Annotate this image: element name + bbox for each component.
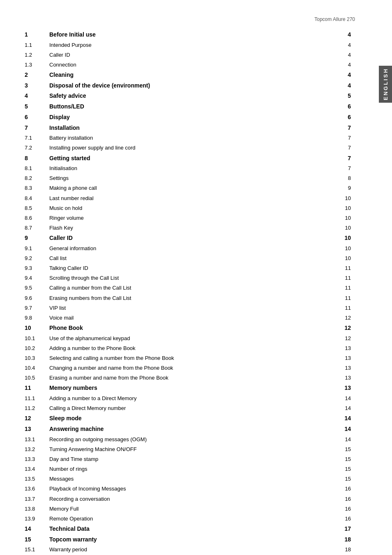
toc-page: 4 <box>344 40 367 50</box>
toc-page: 7 <box>344 153 367 164</box>
toc-title: Use of the alphanumerical keypad <box>49 334 344 343</box>
toc-row: 9.3Talking Caller ID11 <box>25 263 367 273</box>
toc-page: 4 <box>344 70 367 81</box>
toc-title: Day and Time stamp <box>49 454 344 464</box>
toc-page: 10 <box>344 213 367 223</box>
toc-title: Music on hold <box>49 203 344 213</box>
toc-page: 14 <box>344 413 367 424</box>
toc-number: 10 <box>25 323 49 334</box>
toc-page: 4 <box>344 60 367 70</box>
toc-row: 8.3Making a phone call9 <box>25 183 367 193</box>
toc-row: 1.3Connection4 <box>25 60 367 70</box>
toc-row: 11Memory numbers13 <box>25 383 367 394</box>
toc-row: 6Display6 <box>25 112 367 123</box>
toc-number: 8 <box>25 153 49 164</box>
toc-number: 9.8 <box>25 313 49 323</box>
toc-page: 15 <box>344 464 367 474</box>
toc-row: 10.2Adding a number to the Phone Book13 <box>25 343 367 353</box>
toc-page: 7 <box>344 133 367 143</box>
toc-row: 14Technical Data17 <box>25 524 367 534</box>
toc-row: 8.5Music on hold10 <box>25 203 367 213</box>
toc-number: 8.3 <box>25 183 49 193</box>
toc-number: 2 <box>25 70 49 81</box>
toc-page: 14 <box>344 403 367 413</box>
toc-page: 10 <box>344 223 367 233</box>
toc-page: 16 <box>344 504 367 514</box>
toc-row: 4Safety advice5 <box>25 91 367 101</box>
toc-row: 3Disposal of the device (environment)4 <box>25 81 367 91</box>
toc-row: 9.5Calling a number from the Call List11 <box>25 283 367 293</box>
toc-title: Getting started <box>49 153 344 164</box>
toc-title: Intended Purpose <box>49 40 344 50</box>
toc-title: Settings <box>49 173 344 183</box>
toc-number: 9.7 <box>25 303 49 313</box>
toc-page: 11 <box>344 283 367 293</box>
toc-page: 18 <box>344 534 367 545</box>
toc-title: Ringer volume <box>49 213 344 223</box>
toc-title: Display <box>49 112 344 123</box>
toc-number: 13.1 <box>25 435 49 444</box>
toc-title: Flash Key <box>49 223 344 233</box>
toc-title: Adding a number to a Direct Memory <box>49 394 344 403</box>
toc-title: Phone Book <box>49 323 344 334</box>
toc-number: 10.2 <box>25 343 49 353</box>
toc-page: 15 <box>344 474 367 484</box>
toc-page: 10 <box>344 253 367 263</box>
toc-page: 15 <box>344 454 367 464</box>
toc-title: Memory numbers <box>49 383 344 394</box>
toc-number: 8.1 <box>25 164 49 173</box>
toc-page: 13 <box>344 363 367 373</box>
toc-title: Cleaning <box>49 70 344 81</box>
toc-number: 10.3 <box>25 353 49 363</box>
toc-title: Voice mail <box>49 313 344 323</box>
toc-number: 13.9 <box>25 514 49 524</box>
toc-row: 15.1Warranty period18 <box>25 545 367 555</box>
toc-title: Memory Full <box>49 504 344 514</box>
toc-page: 7 <box>344 164 367 173</box>
toc-page: 12 <box>344 313 367 323</box>
toc-title: Calling a number from the Call List <box>49 283 344 293</box>
toc-page: 11 <box>344 263 367 273</box>
toc-number: 13.2 <box>25 444 49 454</box>
toc-row: 8.7Flash Key10 <box>25 223 367 233</box>
toc-title: Caller ID <box>49 233 344 244</box>
toc-row: 8.6Ringer volume10 <box>25 213 367 223</box>
toc-page: 8 <box>344 173 367 183</box>
toc-page: 13 <box>344 353 367 363</box>
toc-page: 4 <box>344 81 367 91</box>
toc-title: Adding a number to the Phone Book <box>49 343 344 353</box>
toc-number: 3 <box>25 81 49 91</box>
toc-title: Installation <box>49 123 344 134</box>
toc-row: 9.1General information10 <box>25 244 367 253</box>
toc-title: Last number redial <box>49 193 344 203</box>
toc-title: Buttons/LED <box>49 101 344 112</box>
toc-page: 18 <box>344 545 367 555</box>
toc-page: 10 <box>344 244 367 253</box>
toc-title: Recording a conversation <box>49 494 344 504</box>
toc-number: 6 <box>25 112 49 123</box>
toc-page: 16 <box>344 514 367 524</box>
header-title: Topcom Allure 270 <box>25 16 367 22</box>
toc-row: 9.8Voice mail12 <box>25 313 367 323</box>
toc-row: 2Cleaning4 <box>25 70 367 81</box>
toc-page: 14 <box>344 435 367 444</box>
toc-page: 5 <box>344 91 367 101</box>
toc-number: 10.1 <box>25 334 49 343</box>
toc-title: Erasing a number and name from the Phone… <box>49 373 344 383</box>
toc-row: 10.1Use of the alphanumerical keypad12 <box>25 334 367 343</box>
toc-title: Warranty period <box>49 545 344 555</box>
toc-page: 16 <box>344 494 367 504</box>
toc-number: 12 <box>25 413 49 424</box>
toc-title: Selecting and calling a number from the … <box>49 353 344 363</box>
toc-row: 5Buttons/LED6 <box>25 101 367 112</box>
toc-number: 1.3 <box>25 60 49 70</box>
toc-row: 9Caller ID10 <box>25 233 367 244</box>
toc-number: 10.5 <box>25 373 49 383</box>
toc-row: 7.1Battery installation7 <box>25 133 367 143</box>
toc-number: 7.2 <box>25 143 49 153</box>
toc-number: 4 <box>25 91 49 101</box>
toc-page: 12 <box>344 334 367 343</box>
toc-row: 9.2Call list10 <box>25 253 367 263</box>
toc-title: Number of rings <box>49 464 344 474</box>
toc-title: Remote Operation <box>49 514 344 524</box>
